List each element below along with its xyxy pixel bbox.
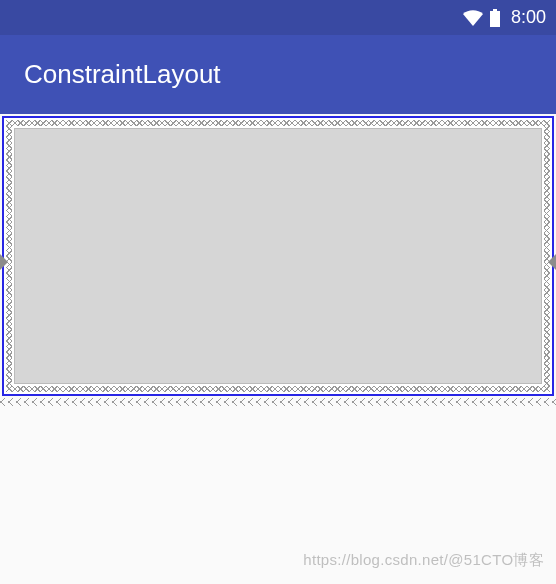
status-time: 8:00 bbox=[511, 7, 546, 28]
constraint-handle-right-icon[interactable] bbox=[548, 254, 556, 270]
wrap-content-indicator-icon bbox=[0, 398, 556, 406]
watermark-text: https://blog.csdn.net/@51CTO博客 bbox=[303, 551, 544, 570]
svg-rect-1 bbox=[490, 11, 500, 27]
layout-editor-canvas[interactable]: https://blog.csdn.net/@51CTO博客 bbox=[0, 114, 556, 584]
child-view-placeholder[interactable] bbox=[14, 128, 542, 384]
battery-icon bbox=[489, 9, 501, 27]
wifi-icon bbox=[463, 10, 483, 26]
status-bar: 8:00 bbox=[0, 0, 556, 35]
selected-constraint-layout[interactable] bbox=[2, 116, 554, 396]
app-bar: ConstraintLayout bbox=[0, 35, 556, 114]
app-title: ConstraintLayout bbox=[24, 59, 221, 90]
svg-rect-0 bbox=[493, 9, 497, 11]
constraint-handle-left-icon[interactable] bbox=[0, 254, 8, 270]
